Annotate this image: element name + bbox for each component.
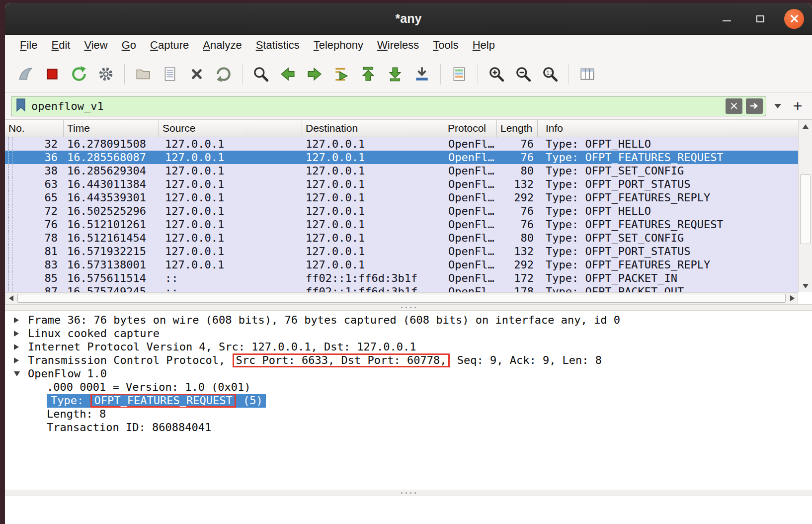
maximize-button[interactable] (750, 9, 770, 29)
filter-apply-button[interactable] (746, 98, 763, 114)
scroll-up-button[interactable] (799, 121, 812, 132)
minimize-button[interactable] (717, 9, 736, 29)
detail-line[interactable]: Frame 36: 76 bytes on wire (608 bits), 7… (5, 313, 812, 327)
menu-edit[interactable]: Edit (44, 37, 77, 54)
menu-file[interactable]: File (13, 37, 44, 54)
menu-help[interactable]: Help (466, 37, 502, 54)
colorize-button[interactable] (447, 62, 472, 87)
packet-row-76[interactable]: 7616.512101261127.0.0.1127.0.0.1OpenFl…7… (5, 218, 812, 231)
title-bar[interactable]: *any (5, 3, 812, 35)
detail-line[interactable]: Type: OFPT_FEATURES_REQUEST (5) (5, 394, 812, 407)
filter-dropdown-button[interactable] (770, 96, 785, 116)
packet-row-72[interactable]: 7216.502525296127.0.0.1127.0.0.1OpenFl…7… (5, 204, 812, 218)
cell-dst: 127.0.0.1 (302, 191, 444, 204)
expander-collapsed-icon[interactable] (14, 357, 28, 363)
filter-add-button[interactable]: + (789, 96, 806, 116)
vertical-scrollbar[interactable] (798, 120, 812, 292)
column-header-proto[interactable]: Protocol (444, 120, 497, 137)
column-header-info[interactable]: Info (538, 120, 812, 137)
cell-no: 36 (5, 151, 64, 164)
cell-info: Type: OFPT_FEATURES_REQUEST (538, 151, 812, 164)
restart-capture-button[interactable] (67, 62, 91, 87)
filter-input[interactable]: openflow_v1 (11, 96, 766, 116)
pane-divider[interactable] (5, 304, 812, 311)
zoom-out-icon (515, 66, 532, 83)
menu-telephony[interactable]: Telephony (307, 37, 370, 54)
column-header-dst[interactable]: Destination (302, 120, 444, 137)
expander-collapsed-icon[interactable] (14, 344, 28, 350)
menu-capture[interactable]: Capture (143, 37, 196, 54)
save-file-button[interactable] (158, 62, 182, 87)
packet-row-36[interactable]: 3616.285568087127.0.0.1127.0.0.1OpenFl…7… (5, 151, 812, 164)
column-header-len[interactable]: Length (497, 120, 538, 137)
menu-analyze[interactable]: Analyze (196, 37, 248, 54)
zoom-in-icon (488, 66, 505, 83)
zoom-in-button[interactable] (484, 62, 509, 87)
zoom-out-button[interactable] (511, 62, 536, 87)
horizontal-scrollbar[interactable] (5, 292, 798, 304)
detail-line[interactable]: Transmission Control Protocol, Src Port:… (5, 353, 812, 367)
start-capture-button[interactable] (13, 62, 38, 87)
stop-capture-button[interactable] (40, 62, 65, 87)
reload-file-button[interactable] (211, 62, 236, 87)
menu-wireless[interactable]: Wireless (370, 37, 426, 54)
menu-bar: FileEditViewGoCaptureAnalyzeStatisticsTe… (5, 35, 812, 56)
cell-dst: 127.0.0.1 (302, 231, 444, 245)
horizontal-scroll-thumb[interactable] (17, 294, 786, 303)
go-back-button[interactable] (275, 62, 300, 87)
scroll-left-button[interactable] (5, 293, 16, 304)
zoom-original-button[interactable]: 1:1 (538, 62, 563, 87)
auto-scroll-button[interactable] (409, 62, 434, 87)
packet-row-65[interactable]: 6516.443539301127.0.0.1127.0.0.1OpenFl…2… (5, 191, 812, 204)
menu-tools[interactable]: Tools (426, 37, 465, 54)
pane-divider-2[interactable] (5, 490, 812, 496)
packet-row-63[interactable]: 6316.443011384127.0.0.1127.0.0.1OpenFl…1… (5, 177, 812, 191)
cell-len: 172 (497, 271, 538, 285)
packet-row-83[interactable]: 8316.573138001127.0.0.1127.0.0.1OpenFl…2… (5, 258, 812, 271)
capture-options-button[interactable] (93, 62, 118, 87)
vertical-scroll-thumb[interactable] (800, 175, 811, 244)
packet-row-87[interactable]: 8716.575749245::ff02::1:ff6d:3b1fOpenFl…… (5, 285, 812, 292)
packet-row-78[interactable]: 7816.512161454127.0.0.1127.0.0.1OpenFl…8… (5, 231, 812, 245)
detail-line[interactable]: .000 0001 = Version: 1.0 (0x01) (5, 380, 812, 394)
cell-proto: OpenFl… (444, 285, 497, 292)
detail-line[interactable]: OpenFlow 1.0 (5, 367, 812, 380)
open-file-button[interactable] (131, 62, 156, 87)
go-to-bottom-button[interactable] (383, 62, 407, 87)
expander-collapsed-icon[interactable] (14, 317, 28, 323)
packet-row-81[interactable]: 8116.571932215127.0.0.1127.0.0.1OpenFl…1… (5, 245, 812, 258)
column-header-no[interactable]: No. (5, 120, 64, 137)
menu-view[interactable]: View (77, 37, 114, 54)
toolbar: 1:1 (5, 56, 812, 92)
column-header-src[interactable]: Source (159, 120, 302, 137)
cell-proto: OpenFl… (444, 164, 497, 177)
packet-row-85[interactable]: 8516.575611514::ff02::1:ff6d:3b1fOpenFl…… (5, 271, 812, 285)
cell-time: 16.573138001 (64, 258, 159, 271)
go-forward-button[interactable] (302, 62, 327, 87)
go-to-packet-button[interactable] (329, 62, 354, 87)
scroll-right-button[interactable] (787, 293, 798, 304)
detail-line[interactable]: Internet Protocol Version 4, Src: 127.0.… (5, 340, 812, 353)
expander-collapsed-icon[interactable] (14, 331, 28, 337)
packet-row-38[interactable]: 3816.285629304127.0.0.1127.0.0.1OpenFl…8… (5, 164, 812, 177)
go-to-top-button[interactable] (356, 62, 381, 87)
expander-expanded-icon[interactable] (14, 371, 28, 376)
bookmark-icon[interactable] (15, 98, 26, 114)
cell-len: 76 (497, 151, 538, 164)
cell-len: 292 (497, 258, 538, 271)
menu-go[interactable]: Go (115, 37, 143, 54)
scroll-down-button[interactable] (799, 280, 812, 291)
detail-line[interactable]: Length: 8 (5, 407, 812, 421)
find-packet-button[interactable] (248, 62, 273, 87)
cell-time: 16.512101261 (64, 218, 159, 231)
detail-line[interactable]: Transaction ID: 860884041 (5, 421, 812, 434)
cell-info: Type: OFPT_PACKET_OUT (538, 285, 812, 292)
close-file-button[interactable] (184, 62, 209, 87)
filter-clear-button[interactable] (726, 98, 742, 114)
close-button[interactable] (784, 9, 804, 29)
detail-line[interactable]: Linux cooked capture (5, 327, 812, 340)
packet-row-32[interactable]: 3216.278091508127.0.0.1127.0.0.1OpenFl…7… (5, 137, 812, 151)
column-header-time[interactable]: Time (64, 120, 159, 137)
menu-statistics[interactable]: Statistics (249, 37, 307, 54)
resize-columns-button[interactable] (575, 62, 600, 87)
